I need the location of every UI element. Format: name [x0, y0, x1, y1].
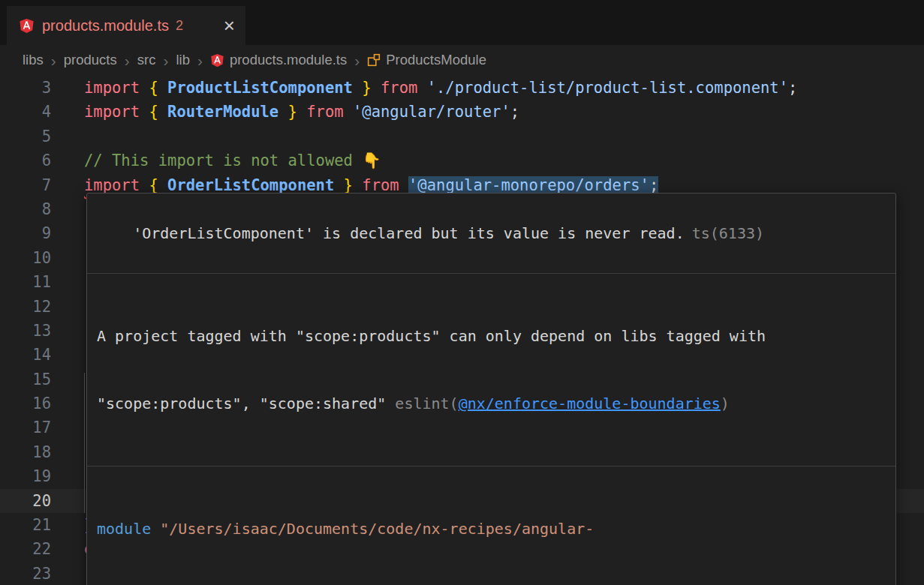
angular-icon — [19, 18, 35, 34]
code-token — [372, 79, 381, 97]
tab-title: products.module.ts — [42, 17, 169, 34]
breadcrumb-label: ProductsModule — [386, 52, 486, 68]
line-number[interactable]: 6 — [0, 148, 51, 172]
ts-diagnostic-message: 'OrderListComponent' is declared but its… — [133, 224, 685, 242]
code-token: ProductListComponent — [167, 79, 353, 97]
vscode-window: { "theme": { "accent_blue": "#3794ff", "… — [0, 0, 924, 585]
code-token — [334, 176, 343, 194]
code-token: { — [149, 176, 158, 194]
code-token: { — [149, 103, 158, 121]
chevron-right-icon: › — [197, 52, 203, 68]
hover-widget: 'OrderListComponent' is declared but its… — [86, 193, 896, 585]
eslint-diagnostic-row: A project tagged with "scope:products" c… — [87, 273, 895, 466]
code-token: import — [84, 103, 140, 121]
code-line-content: import { ProductListComponent } from './… — [84, 76, 797, 100]
code-line-4[interactable]: 4import { RouterModule } from '@angular/… — [0, 100, 924, 124]
line-number[interactable]: 16 — [0, 392, 51, 416]
breadcrumb: libs › products › src › lib › products.m… — [0, 45, 924, 75]
module-info-row: module "/Users/isaac/Documents/code/nx-r… — [87, 466, 895, 585]
line-number[interactable]: 23 — [0, 562, 51, 585]
line-number[interactable]: 8 — [0, 197, 51, 221]
code-token: from — [362, 176, 399, 194]
breadcrumb-item-file[interactable]: products.module.ts — [210, 52, 347, 68]
breadcrumb-item-src[interactable]: src — [137, 52, 156, 68]
code-token: ; — [510, 103, 519, 121]
breadcrumb-item-products[interactable]: products — [64, 52, 117, 68]
code-token — [158, 103, 167, 121]
code-line-content: // This import is not allowed 👇 — [84, 148, 381, 172]
chevron-right-icon: › — [163, 52, 168, 68]
breadcrumb-item-libs[interactable]: libs — [23, 52, 44, 68]
module-path-line1: "/Users/isaac/Documents/code/nx-recipes/… — [151, 520, 594, 538]
line-number[interactable]: 18 — [0, 440, 51, 464]
code-token — [158, 176, 167, 194]
code-token — [399, 176, 408, 194]
tab-bar: products.module.ts 2 × — [0, 0, 924, 45]
code-token — [353, 176, 362, 194]
line-number[interactable]: 17 — [0, 416, 51, 440]
code-token: } — [362, 79, 371, 97]
code-token — [140, 79, 149, 97]
line-number[interactable]: 14 — [0, 343, 51, 367]
breadcrumb-item-symbol[interactable]: ProductsModule — [367, 52, 486, 68]
code-token: OrderListComponent — [167, 176, 334, 194]
module-keyword: module — [97, 520, 151, 538]
code-token: { — [149, 79, 158, 97]
line-number[interactable]: 10 — [0, 246, 51, 270]
tab-products-module-ts[interactable]: products.module.ts 2 × — [7, 6, 245, 45]
code-line-3[interactable]: 3import { ProductListComponent } from '.… — [0, 76, 924, 100]
code-line-content: import { RouterModule } from '@angular/r… — [84, 100, 519, 124]
code-token — [158, 79, 167, 97]
code-token — [297, 103, 306, 121]
eslint-diagnostic-message-line1: A project tagged with "scope:products" c… — [97, 327, 766, 345]
code-token: 👇 — [362, 152, 381, 170]
code-line-5[interactable]: 5 — [0, 124, 924, 148]
line-number[interactable]: 20 — [0, 489, 51, 513]
eslint-source-close: ) — [721, 394, 730, 412]
code-token: RouterModule — [167, 103, 278, 121]
eslint-diagnostic-message-line2: "scope:products", "scope:shared" — [97, 394, 395, 412]
tab-problem-count-badge: 2 — [176, 18, 183, 34]
ts-diagnostic-row: 'OrderListComponent' is declared but its… — [87, 194, 895, 273]
code-token: } — [288, 103, 297, 121]
code-token: // This import is not allowed — [84, 152, 362, 170]
close-icon[interactable]: × — [224, 16, 235, 35]
code-token: ; — [788, 79, 797, 97]
breadcrumb-item-lib[interactable]: lib — [176, 52, 190, 68]
code-token: import — [84, 79, 140, 97]
code-token: ; — [649, 176, 658, 194]
eslint-source-open: eslint( — [395, 394, 458, 412]
line-number[interactable]: 9 — [0, 221, 51, 245]
line-number[interactable]: 12 — [0, 295, 51, 319]
chevron-right-icon: › — [125, 52, 130, 68]
code-token: } — [344, 176, 353, 194]
line-number[interactable]: 4 — [0, 100, 51, 124]
code-line-6[interactable]: 6// This import is not allowed 👇 — [0, 148, 924, 172]
code-token: import — [84, 176, 140, 194]
indent-guide — [84, 373, 85, 513]
code-token: from — [381, 79, 417, 97]
line-number[interactable]: 19 — [0, 464, 51, 488]
eslint-rule-link[interactable]: @nx/enforce-module-boundaries — [459, 394, 721, 412]
code-token — [417, 79, 426, 97]
chevron-right-icon: › — [51, 52, 56, 68]
line-number[interactable]: 7 — [0, 173, 51, 197]
line-number[interactable]: 3 — [0, 76, 51, 100]
ts-diagnostic-source: ts(6133) — [692, 224, 764, 242]
breadcrumb-label: libs — [23, 52, 44, 68]
line-number[interactable]: 13 — [0, 319, 51, 343]
line-number[interactable]: 22 — [0, 537, 51, 561]
code-token: '@angular-monorepo/orders' — [408, 176, 649, 194]
code-token: from — [306, 103, 343, 121]
breadcrumb-label: src — [137, 52, 156, 68]
code-token — [353, 79, 362, 97]
line-number[interactable]: 15 — [0, 368, 51, 392]
breadcrumb-label: products — [64, 52, 117, 68]
breadcrumb-label: products.module.ts — [230, 52, 347, 68]
line-number[interactable]: 11 — [0, 270, 51, 294]
chevron-right-icon: › — [354, 52, 360, 68]
line-number[interactable]: 21 — [0, 513, 51, 537]
code-token: '@angular/router' — [353, 103, 510, 121]
line-number[interactable]: 5 — [0, 124, 51, 148]
angular-icon — [210, 53, 224, 68]
